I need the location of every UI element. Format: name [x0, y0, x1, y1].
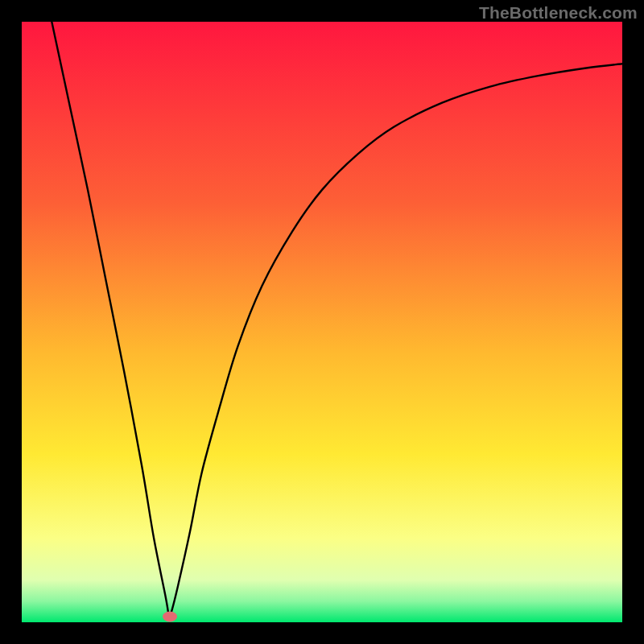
gradient-background	[22, 22, 622, 622]
bottleneck-chart	[22, 22, 622, 622]
watermark-text: TheBottleneck.com	[479, 3, 638, 23]
optimal-point-marker	[163, 611, 177, 621]
chart-frame	[22, 22, 622, 622]
